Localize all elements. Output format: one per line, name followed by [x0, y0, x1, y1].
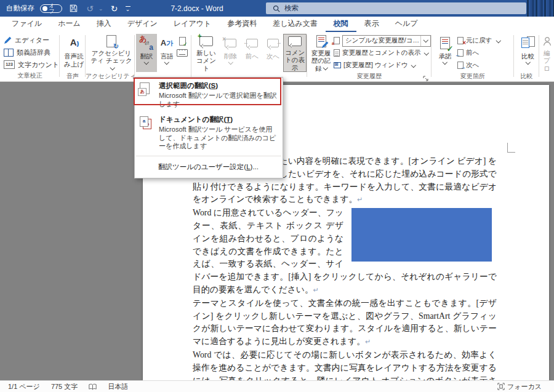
word-count-button[interactable]: 文字カウント — [1, 58, 62, 71]
save-button[interactable] — [68, 3, 79, 14]
search-input[interactable]: 検索 — [266, 2, 526, 14]
chevron-down-icon — [496, 38, 500, 43]
search-placeholder: 検索 — [284, 4, 299, 13]
next-comment-label: 次へ — [267, 52, 279, 60]
group-label-changes: 変更箇所 — [432, 72, 514, 81]
word-count-icon — [4, 60, 15, 69]
translate-selection-title: 選択範囲の翻訳(S) — [159, 82, 277, 90]
read-aloud-icon: A — [70, 39, 78, 48]
show-comments-icon — [288, 36, 302, 46]
document-text[interactable]: ビデオを使うと、伝えたい内容を明確に表現できます。[オンライン ビデオ] をクリ… — [193, 155, 497, 380]
tab-mailings[interactable]: 差し込み文書 — [265, 17, 326, 32]
combo-dropdown-button[interactable] — [420, 36, 430, 46]
previous-change-label: 前へ — [466, 49, 479, 57]
delete-comment-button[interactable]: × 削除 — [220, 34, 242, 72]
customize-quick-access-toolbar-button[interactable]: ⌄ — [126, 6, 130, 11]
paragraph-text[interactable]: テーマとスタイルを使って、文書全体の統一感を出すこともできます。[デザイン] を… — [193, 298, 497, 346]
word-window: 自動保存 オフ ↺ ⌄ ↻ ⌄ 7-2.docx - Word 検索 ファイル … — [0, 0, 554, 392]
translate-icon: あ⇄a — [138, 36, 155, 50]
chevron-down-icon — [228, 60, 233, 65]
tracking-dialog-launcher-button[interactable] — [423, 73, 430, 80]
reviewing-pane-button[interactable]: ⊞ [変更履歴] ウィンドウ — [334, 59, 431, 71]
editor-button[interactable]: エディター — [1, 34, 62, 46]
next-comment-button[interactable]: → 次へ — [262, 34, 283, 72]
translate-document-title: ドキュメントの翻訳(T) — [159, 116, 277, 124]
undo-dropdown-icon[interactable]: ⌄ — [98, 6, 103, 12]
display-for-review-select[interactable]: シンプルな変更履歴/コ… — [342, 35, 431, 47]
accessibility-check-button[interactable]: ↻ アクセシビリティ チェック — [88, 34, 135, 72]
language-button[interactable]: A가 言語 — [157, 34, 177, 72]
tab-design[interactable]: デザイン — [119, 17, 166, 32]
group-label-accessibility: アクセシビリティ — [86, 72, 135, 81]
chevron-down-icon — [110, 65, 115, 70]
proofing-scroll-button[interactable]: ✓ — [177, 35, 188, 47]
tab-insert[interactable]: 挿入 — [89, 17, 119, 32]
paragraph-text[interactable]: Word では、必要に応じてその場に新しいボタンが表示されるため、効率よく操作を… — [193, 350, 497, 380]
accept-button[interactable]: ✓ 承諾 — [433, 34, 457, 72]
menu-separator — [136, 156, 281, 156]
restrict-editing-label-line2: プロ — [544, 57, 550, 72]
language-indicator[interactable]: 日本語 — [108, 382, 128, 391]
next-change-label: 次へ — [466, 61, 479, 70]
tab-layout[interactable]: レイアウト — [166, 17, 219, 32]
previous-change-button[interactable]: ← 前へ — [457, 47, 500, 59]
menu-item-translator-preferences[interactable]: 翻訳ツールのユーザー設定(L)... — [135, 158, 283, 177]
new-comment-button[interactable]: + 新しいコメント — [193, 34, 220, 72]
language-label: 言語 — [161, 52, 174, 60]
previous-comment-button[interactable]: ← 前へ — [242, 34, 263, 72]
compare-button[interactable]: 比較 — [516, 34, 540, 72]
chevron-down-icon — [164, 60, 169, 65]
show-markup-button[interactable]: 変更履歴とコメントの表示 — [334, 47, 431, 59]
new-comment-icon: + — [199, 36, 213, 46]
paragraph: Word では、必要に応じてその場に新しいボタンが表示されるため、効率よく操作を… — [193, 349, 497, 380]
next-change-button[interactable]: → 次へ — [457, 59, 500, 71]
page-number-indicator[interactable]: 1/1 ページ — [8, 382, 40, 391]
menu-item-translate-selection[interactable]: 選択範囲の翻訳(S) Microsoft 翻訳ツールで選択範囲を翻訳します — [135, 78, 283, 112]
reject-button[interactable]: × 元に戻す — [457, 34, 500, 47]
ime-keyboard-button[interactable] — [177, 47, 188, 58]
read-aloud-button[interactable]: A 音声読み上げ — [62, 34, 86, 72]
reject-icon: × — [457, 37, 464, 44]
margin-corner-mark — [507, 143, 515, 153]
word-count-indicator[interactable]: 775 文字 — [51, 382, 78, 391]
tab-help[interactable]: ヘルプ — [387, 17, 426, 32]
tab-review[interactable]: 校閲 — [326, 17, 356, 32]
group-label-compare: 比較 — [514, 72, 539, 81]
document-title: 7-2.docx - Word — [145, 0, 249, 17]
keyboard-icon — [177, 49, 188, 57]
thesaurus-button[interactable]: 類義語辞典 — [1, 46, 62, 58]
show-comments-button[interactable]: コメントの表示 — [283, 34, 307, 72]
redo-button[interactable]: ↻ — [109, 3, 120, 14]
tab-references[interactable]: 参考資料 — [219, 17, 265, 32]
track-changes-button[interactable]: 変更履歴の記録 — [308, 34, 334, 72]
proofing-status-button[interactable] — [89, 383, 97, 390]
dialog-launcher-icon — [423, 76, 429, 82]
menu-item-translate-document[interactable]: ドキュメントの翻訳(T) Microsoft 翻訳ツール サービスを使用して、ド… — [135, 112, 283, 154]
autosave-state: オフ — [49, 3, 60, 14]
tab-file[interactable]: ファイル — [4, 17, 50, 32]
tab-view[interactable]: 表示 — [356, 17, 387, 32]
show-markup-label: 変更履歴とコメントの表示 — [342, 49, 420, 57]
toggle-knob-icon — [42, 6, 47, 11]
qat-caret-icon: ⌄ — [126, 8, 130, 11]
thesaurus-label: 類義語辞典 — [17, 48, 50, 57]
group-label-tracking: 変更履歴 — [307, 72, 432, 81]
delete-comment-icon: × — [225, 39, 236, 47]
chevron-down-icon — [144, 60, 149, 65]
translate-selection-icon — [140, 82, 150, 94]
previous-comment-label: 前へ — [246, 52, 259, 60]
restrict-editing-button[interactable]: 編 プロ — [540, 34, 554, 72]
autosave-toggle[interactable]: オフ — [40, 4, 62, 13]
show-markup-icon — [334, 49, 340, 57]
translate-button[interactable]: あ⇄a 翻訳 — [136, 34, 157, 72]
next-change-icon: → — [457, 62, 464, 69]
focus-mode-button[interactable]: フォーカス — [497, 382, 542, 391]
tab-home[interactable]: ホーム — [50, 17, 89, 32]
delete-comment-label: 削除 — [224, 52, 237, 60]
undo-button[interactable]: ↺ — [84, 3, 95, 14]
group-accessibility: ↻ アクセシビリティ チェック アクセシビリティ — [86, 32, 135, 81]
track-changes-label: 変更履歴の記録 — [311, 49, 331, 72]
translate-label: 翻訳 — [140, 52, 153, 60]
document-image-placeholder[interactable] — [351, 208, 492, 262]
group-language: あ⇄a 翻訳 A가 言語 ✓ — [135, 32, 191, 81]
